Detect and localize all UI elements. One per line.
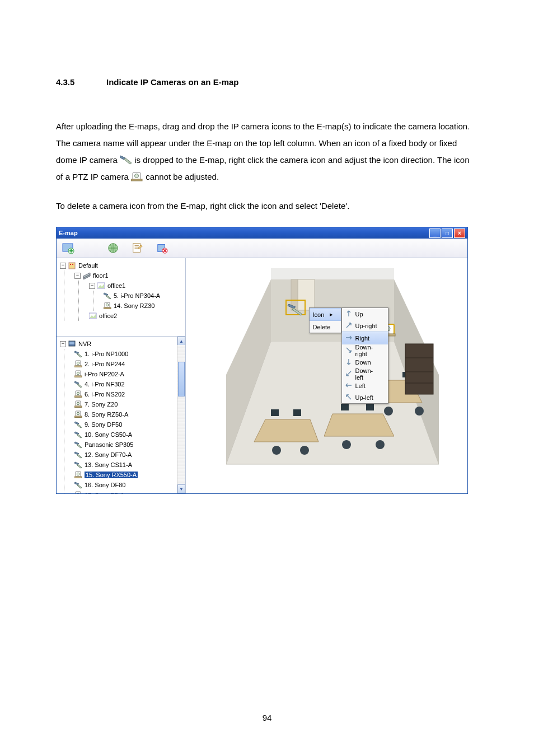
device-tree-item[interactable]: 10. Sony CS50-A: [74, 430, 176, 440]
svg-point-77: [376, 440, 385, 449]
svg-rect-33: [74, 366, 82, 367]
device-tree-item[interactable]: i-Pro NP202-A: [74, 369, 176, 379]
context-menu-item[interactable]: Delete: [310, 321, 341, 333]
tree-node-floor1[interactable]: floor1: [93, 272, 109, 279]
icon-direction-submenu[interactable]: UpUp-rightRightDown-rightDownDown-leftLe…: [341, 307, 388, 404]
tree-node-camera[interactable]: 5. i-Pro NP304-A: [114, 292, 160, 299]
device-label: 1. i-Pro NP1000: [85, 351, 128, 357]
device-tree-item[interactable]: 2. i-Pro NP244: [74, 359, 176, 369]
direction-arrow-icon: [345, 382, 352, 390]
svg-point-74: [272, 446, 281, 455]
ptz-camera-icon: [74, 370, 82, 378]
ptz-camera-icon: [74, 360, 82, 368]
tree-node-default[interactable]: Default: [78, 262, 98, 269]
map-canvas[interactable]: Icon▸Delete UpUp-rightRightDown-rightDow…: [186, 258, 467, 493]
window-title: E-map: [59, 230, 78, 236]
context-menu-item[interactable]: Down: [342, 356, 388, 368]
device-tree-item[interactable]: 8. Sony RZ50-A: [74, 409, 176, 419]
device-tree-scrollbar[interactable]: ▲ ▼: [177, 337, 185, 493]
map-image-icon: [89, 312, 97, 320]
direction-arrow-icon: [345, 334, 352, 342]
fixed-camera-icon: [74, 350, 82, 358]
svg-rect-83: [366, 404, 374, 410]
emap-window: E-map _ □ ×: [56, 227, 468, 494]
submenu-arrow-icon: ▸: [330, 311, 333, 318]
tree-node-office1[interactable]: office1: [107, 282, 125, 289]
device-tree-item[interactable]: 16. Sony DF80: [74, 480, 176, 490]
tree-toggle-icon[interactable]: −: [60, 263, 66, 269]
svg-marker-62: [77, 484, 82, 488]
svg-rect-47: [74, 416, 82, 418]
tree-node-camera[interactable]: 14. Sony RZ30: [114, 302, 154, 309]
window-close-button[interactable]: ×: [454, 228, 465, 238]
toolbar-globe-button[interactable]: [106, 241, 120, 255]
device-tree-item[interactable]: 7. Sony Z20: [74, 399, 176, 409]
context-menu-item-label: Up-right: [355, 323, 377, 329]
svg-rect-15: [69, 263, 75, 269]
svg-marker-71: [254, 419, 318, 442]
window-maximize-button[interactable]: □: [442, 228, 453, 238]
tree-node-office2[interactable]: office2: [99, 312, 117, 319]
scroll-up-arrow-icon[interactable]: ▲: [177, 337, 185, 346]
device-tree-item[interactable]: Panasonic SP305: [74, 440, 176, 450]
context-menu-item[interactable]: Left: [342, 380, 388, 391]
device-label: 13. Sony CS11-A: [85, 461, 132, 468]
context-menu-item[interactable]: Right: [342, 332, 388, 344]
device-tree-item[interactable]: 6. i-Pro NS202: [74, 389, 176, 399]
context-menu-item[interactable]: Down-right: [342, 344, 388, 356]
map-tree[interactable]: − Default − floor1 −: [57, 258, 185, 336]
building-icon: [68, 262, 76, 269]
scroll-down-arrow-icon[interactable]: ▼: [177, 484, 185, 493]
device-tree-item[interactable]: 17. Sony P5-A: [74, 490, 176, 493]
device-tree[interactable]: − NVR 1. i-Pro NP10002. i-Pro NP244i-Pro…: [57, 336, 185, 493]
fixed-camera-icon: [74, 451, 82, 459]
device-label: 15. Sony RX550-A: [85, 472, 138, 478]
device-tree-item[interactable]: 12. Sony DF70-A: [74, 450, 176, 460]
camera-context-menu[interactable]: Icon▸Delete: [309, 307, 341, 333]
svg-rect-80: [271, 409, 279, 416]
tree-toggle-icon[interactable]: −: [60, 341, 66, 347]
section-title: Indicate IP Cameras on an E-map: [106, 77, 238, 87]
svg-point-78: [384, 407, 393, 416]
paragraph-2: To delete a camera icon from the E-map, …: [56, 198, 478, 214]
fixed-camera-icon: [74, 380, 82, 388]
device-tree-item[interactable]: 4. i-Pro NF302: [74, 379, 176, 389]
svg-rect-4: [131, 179, 142, 181]
context-menu-item-label: Up-left: [355, 394, 373, 401]
toolbar-delete-button[interactable]: [155, 241, 170, 255]
toolbar-edit-button[interactable]: [130, 241, 145, 255]
device-tree-item[interactable]: 9. Sony DF50: [74, 419, 176, 430]
direction-arrow-icon: [345, 358, 352, 366]
context-menu-item[interactable]: Up: [342, 308, 388, 320]
svg-marker-38: [77, 384, 82, 388]
context-menu-item[interactable]: Up-right: [342, 320, 388, 332]
device-label: i-Pro NP202-A: [85, 371, 124, 377]
fixed-camera-icon: [120, 153, 132, 164]
svg-point-76: [342, 440, 351, 449]
direction-arrow-icon: [345, 394, 352, 402]
svg-point-40: [77, 392, 79, 395]
device-label: 6. i-Pro NS202: [85, 391, 125, 398]
device-tree-item[interactable]: 1. i-Pro NP1000: [74, 349, 176, 359]
device-tree-item[interactable]: 15. Sony RX550-A: [74, 470, 176, 480]
tree-node-nvr[interactable]: NVR: [78, 340, 91, 347]
device-tree-item[interactable]: 13. Sony CS11-A: [74, 460, 176, 470]
context-menu-item[interactable]: Down-left: [342, 368, 388, 380]
window-minimize-button[interactable]: _: [429, 228, 441, 238]
svg-marker-49: [77, 424, 82, 428]
device-label: 16. Sony DF80: [85, 482, 125, 488]
toolbar-add-map-button[interactable]: [61, 241, 76, 255]
context-menu-item-label: Icon: [313, 311, 325, 318]
context-menu-item[interactable]: Up-left: [342, 391, 388, 403]
svg-rect-60: [74, 477, 82, 478]
svg-rect-36: [74, 376, 82, 377]
tree-toggle-icon[interactable]: −: [89, 283, 95, 289]
context-menu-item-label: Down-left: [355, 367, 380, 381]
svg-rect-28: [69, 342, 74, 344]
map-image-icon: [97, 282, 105, 290]
context-menu-item[interactable]: Icon▸: [310, 308, 341, 321]
tree-toggle-icon[interactable]: −: [74, 273, 81, 279]
svg-point-79: [415, 407, 424, 416]
context-menu-item-label: Down-right: [355, 344, 380, 357]
paragraph-1: After uploading the E-maps, drag and dro…: [56, 118, 478, 185]
